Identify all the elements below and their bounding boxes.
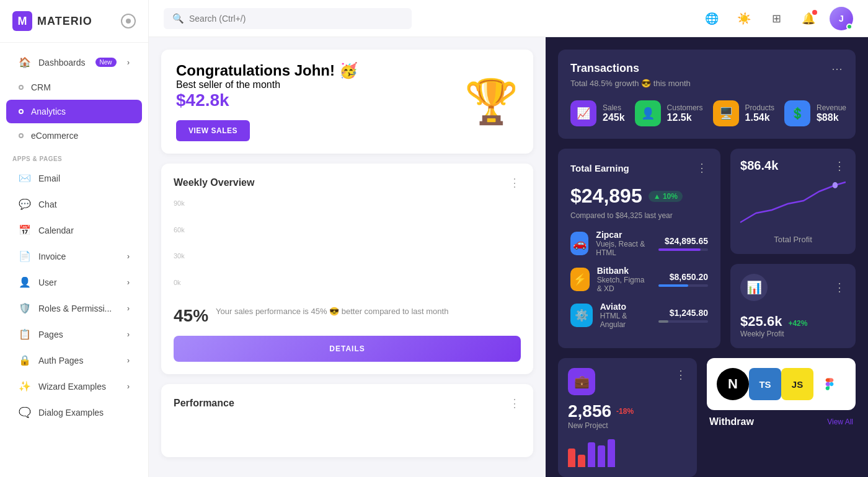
sidebar-item-chat[interactable]: 💬 Chat (6, 191, 142, 217)
search-input[interactable] (189, 14, 403, 24)
sidebar-item-label: Analytics (31, 107, 66, 116)
grid-button[interactable]: ⊞ (765, 7, 787, 30)
bitbank-logo: ⚡ (570, 268, 590, 291)
transactions-subtitle: Total 48.5% growth 😎 this month (570, 79, 691, 88)
sidebar-item-user[interactable]: 👤 User › (6, 269, 142, 295)
sidebar-item-invoice[interactable]: 📄 Invoice › (6, 243, 142, 269)
withdraw-view-all[interactable]: View All (827, 418, 853, 426)
more-menu-button[interactable]: ⋯ (831, 62, 843, 76)
profit-header: $86.4k ⋮ (740, 159, 846, 173)
sidebar-item-auth[interactable]: 🔒 Auth Pages › (6, 348, 142, 373)
pages-icon: 📋 (19, 328, 31, 340)
stat-value: 1.54k (745, 112, 774, 123)
more-menu-button[interactable]: ⋮ (696, 161, 708, 175)
calendar-icon: 📅 (19, 224, 31, 236)
congrats-title: Congratulations John! 🥳 (176, 62, 358, 79)
tx-name: Aviato (600, 302, 651, 312)
weekly-title: Weekly Overview (174, 177, 254, 188)
chevron-icon: › (127, 330, 130, 339)
stat-info: Sales 245k (603, 103, 625, 123)
sidebar-item-calendar[interactable]: 📅 Calendar (6, 217, 142, 243)
withdraw-title: Withdraw (709, 416, 754, 427)
chart-y-labels: 90k 60k 30k 0k (174, 199, 185, 286)
avatar[interactable]: J (830, 7, 853, 30)
performance-placeholder (174, 420, 521, 445)
more-menu-button[interactable]: ⋮ (509, 396, 521, 410)
apps-section-label: APPS & PAGES (0, 148, 148, 165)
emoji: 😎 (641, 79, 651, 88)
sidebar-item-roles[interactable]: 🛡️ Roles & Permissi... › (6, 295, 142, 321)
list-item: ⚙️ Aviato HTML & Angular $1,245.80 (570, 302, 708, 329)
chart-bars (195, 199, 521, 286)
tx-info: Aviato HTML & Angular (600, 302, 651, 329)
sidebar-item-wizard[interactable]: ✨ Wizard Examples › (6, 374, 142, 399)
profit-label: Total Profit (740, 235, 846, 244)
typescript-logo: TS (749, 368, 781, 400)
y-label: 0k (174, 279, 185, 286)
project-count: 2,856 -18% (568, 401, 687, 421)
logo-text: MATERIO (37, 15, 92, 28)
earning-amount: $24,895 ▲ 10% (570, 185, 708, 208)
chevron-icon: › (127, 278, 130, 287)
weekly-chart: 90k 60k 30k 0k (174, 199, 521, 299)
trophy-icon: 🏆 (464, 76, 518, 127)
stat-info: Products 1.54k (745, 103, 774, 123)
sidebar-item-ecommerce[interactable]: eCommerce (6, 124, 142, 147)
earning-comparison: Compared to $84,325 last year (570, 211, 708, 220)
sidebar-item-analytics[interactable]: Analytics (6, 100, 142, 123)
svg-point-0 (833, 182, 838, 188)
count-value: 2,856 (568, 401, 611, 421)
customers-icon: 👤 (635, 100, 661, 126)
more-menu-button[interactable]: ⋮ (509, 176, 521, 190)
sidebar-item-pages[interactable]: 📋 Pages › (6, 322, 142, 347)
weekly-profit-amount: $25.6k (740, 313, 782, 330)
tx-sub: Vuejs, React & HTML (596, 240, 651, 257)
stat-info: Revenue $88k (817, 103, 846, 123)
sidebar-item-label: Email (38, 173, 60, 183)
products-icon: 🖥️ (713, 100, 739, 126)
details-button[interactable]: DETAILS (174, 336, 521, 362)
translate-button[interactable]: 🌐 (701, 7, 723, 30)
sidebar-item-dialog[interactable]: 🗨️ Dialog Examples (6, 400, 142, 425)
wizard-icon: ✨ (19, 380, 31, 392)
dialog-icon: 🗨️ (19, 406, 31, 418)
earning-title: Total Earning (570, 163, 629, 173)
card-header: Weekly Overview ⋮ (174, 176, 521, 190)
tx-amount: $1,245.80 (658, 308, 708, 323)
chevron-icon: › (127, 356, 130, 365)
sidebar-item-label: Dashboards (38, 58, 86, 68)
amount-value: $1,245.80 (658, 308, 708, 318)
mini-bar (578, 455, 585, 467)
mini-bar-chart (568, 436, 687, 467)
more-menu-button[interactable]: ⋮ (834, 281, 846, 294)
sidebar-item-dashboards[interactable]: 🏠 Dashboards New › (6, 50, 142, 75)
sidebar-item-label: eCommerce (31, 131, 78, 141)
zipcar-logo: 🚗 (570, 232, 588, 255)
stat-label: Customers (667, 103, 703, 112)
email-icon: ✉️ (19, 172, 31, 184)
search-icon: 🔍 (172, 13, 184, 24)
list-item: ⚡ Bitbank Sketch, Figma & XD $8,650.20 (570, 266, 708, 293)
sidebar-item-crm[interactable]: CRM (6, 76, 142, 99)
sidebar-item-email[interactable]: ✉️ Email (6, 165, 142, 191)
amount-value: $24,895.65 (658, 236, 708, 246)
notification-button[interactable]: 🔔 (797, 7, 820, 30)
y-label: 90k (174, 199, 185, 207)
theme-button[interactable]: ☀️ (733, 7, 755, 30)
chevron-icon: › (127, 252, 130, 261)
sales-icon: 📈 (570, 100, 596, 126)
stat-customers: 👤 Customers 12.5k (635, 100, 703, 126)
total-earning-card: Total Earning ⋮ $24,895 ▲ 10% Compared t… (558, 149, 720, 348)
y-label: 30k (174, 252, 185, 260)
stat-value: 245k (603, 112, 625, 123)
figma-logo (813, 368, 846, 400)
view-sales-button[interactable]: VIEW SALES (176, 120, 250, 141)
search-bar[interactable]: 🔍 (164, 8, 412, 29)
sidebar-item-label: Wizard Examples (38, 382, 106, 392)
more-menu-button[interactable]: ⋮ (834, 159, 846, 173)
record-icon[interactable] (121, 14, 136, 28)
progress-fill (658, 284, 688, 287)
withdraw-header: Withdraw View All (707, 416, 856, 427)
more-menu-button[interactable]: ⋮ (675, 368, 687, 382)
chat-icon: 💬 (19, 198, 31, 210)
